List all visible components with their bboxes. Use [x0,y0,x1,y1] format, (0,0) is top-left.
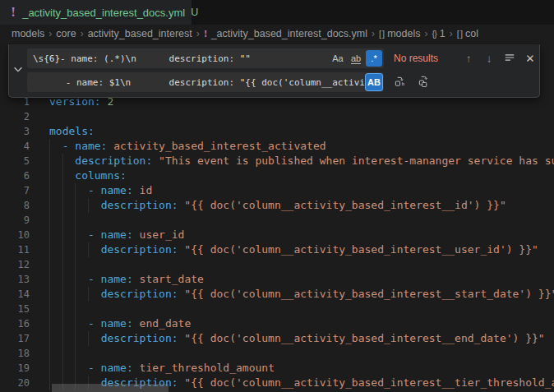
breadcrumb-label: models [12,28,44,39]
selection-lines-icon [504,52,515,66]
code-text: - name: end_date [49,316,554,331]
indent-guide [75,213,76,228]
code-line[interactable]: 16 - name: end_date [0,316,554,331]
indent-guide [62,346,63,361]
indent-guide [49,376,50,390]
code-text: description: "{{ doc('column__activity_b… [49,242,554,257]
tab-active[interactable]: ! _activity_based_interest_docs.yml U [0,0,192,25]
indent-guide [75,198,76,213]
replace-input[interactable]: - name: $1\n description: "{{ doc('colum… [27,72,384,92]
indent-guide [49,361,50,376]
breadcrumb-item[interactable]: !_activity_based_interest_docs.yml [204,28,367,39]
code-line[interactable]: 17 description: "{{ doc('column__activit… [0,331,554,346]
find-in-selection-button[interactable] [501,50,518,67]
line-number: 8 [0,198,30,213]
breadcrumb-item[interactable]: {}1 [432,28,445,39]
breadcrumb-label: core [56,28,76,39]
code-text: - name: activity_based_interest_activate… [49,139,554,154]
code-line[interactable]: 7 - name: id [0,183,554,198]
breadcrumb: models›core›activity_based_interest›!_ac… [0,25,554,43]
chevron-right-icon: › [196,28,200,39]
code-text: description: "{{ doc('column__activity_b… [49,287,554,302]
replace-all-button[interactable] [415,74,432,90]
toggle-replace-button[interactable] [9,48,27,92]
indent-guide [75,331,76,346]
indent-guide [49,316,50,331]
code-line[interactable]: 12 [0,257,554,272]
line-number: 11 [0,242,30,257]
find-widget: \s{6}- name: (.*)\n description: "" Aa a… [8,44,540,98]
next-match-button[interactable]: ↓ [481,50,497,67]
indent-guide [62,272,63,287]
breadcrumb-label: activity_based_interest [88,28,192,39]
code-line[interactable]: 13 - name: start_date [0,272,554,287]
symbol-object-icon: {} [432,29,436,39]
indent-guide [49,198,50,213]
replace-button[interactable]: b [391,74,408,90]
chevron-down-icon [12,63,24,78]
code-line[interactable]: 19 - name: tier_threshold_amount [0,361,554,376]
indent-guide [75,316,76,331]
breadcrumb-item[interactable]: activity_based_interest [88,28,192,39]
chevron-right-icon: › [450,28,453,39]
line-number: 3 [0,124,30,139]
indent-guide [62,228,63,242]
previous-match-button[interactable]: ↑ [460,50,477,67]
indent-guide [62,257,63,272]
yaml-file-icon: ! [11,6,16,19]
code-line[interactable]: 8 description: "{{ doc('column__activity… [0,198,554,213]
indent-guide [88,287,89,302]
code-line[interactable]: 3models: [0,124,554,139]
code-line[interactable]: 9 [0,213,554,228]
find-input[interactable]: \s{6}- name: (.*)\n description: "" Aa a… [27,48,384,68]
indent-guide [62,183,63,198]
indent-guide [75,361,76,376]
code-line[interactable]: 18 [0,346,554,361]
tab-bar: ! _activity_based_interest_docs.yml U [0,0,554,25]
code-text: - name: tier_threshold_amount [49,361,554,376]
code-line[interactable]: 11 description: "{{ doc('column__activit… [0,242,554,257]
indent-guide [49,139,50,154]
indent-guide [49,242,50,257]
regex-button[interactable]: .* [366,50,382,67]
code-line[interactable]: 6 columns: [0,168,554,183]
preserve-case-button[interactable]: AB [366,74,382,90]
indent-guide [49,257,50,272]
editor[interactable]: 1version: 223models:4 - name: activity_b… [0,43,554,392]
indent-guide [62,242,63,257]
code-line[interactable]: 14 description: "{{ doc('column__activit… [0,287,554,302]
replace-all-icon [418,75,430,90]
indent-guide [49,302,50,316]
code-line[interactable]: 4 - name: activity_based_interest_activa… [0,139,554,154]
horizontal-scrollbar-thumb[interactable] [52,384,169,392]
whole-word-button[interactable]: ab [348,50,364,67]
breadcrumb-label: models [387,28,420,39]
breadcrumb-item[interactable]: core [56,28,76,39]
symbol-array-icon: [ ] [379,29,384,39]
indent-guide [88,331,89,346]
indent-guide [75,242,76,257]
indent-guide [49,272,50,287]
match-case-button[interactable]: Aa [330,50,346,67]
find-results-label: No results [394,53,456,64]
line-number: 18 [0,346,30,361]
chevron-right-icon: › [372,28,375,39]
close-find-button[interactable]: ✕ [522,50,538,67]
indent-guide [75,302,76,316]
line-number: 19 [0,361,30,376]
indent-guide [49,154,50,168]
code-line[interactable]: 15 [0,302,554,316]
code-line[interactable]: 2 [0,109,554,124]
indent-guide [49,346,50,361]
breadcrumb-item[interactable]: models [12,28,44,39]
breadcrumb-item[interactable]: [ ]models [379,28,420,39]
code-line[interactable]: 10 - name: user_id [0,228,554,242]
indent-guide [75,183,76,198]
breadcrumb-item[interactable]: [ ]col [457,28,478,39]
code-text: columns: [49,168,554,183]
line-number: 20 [0,376,30,390]
git-status-badge: U [191,7,198,18]
code-text: - name: id [49,183,554,198]
indent-guide [62,213,63,228]
code-line[interactable]: 5 description: "This event is published … [0,154,554,168]
